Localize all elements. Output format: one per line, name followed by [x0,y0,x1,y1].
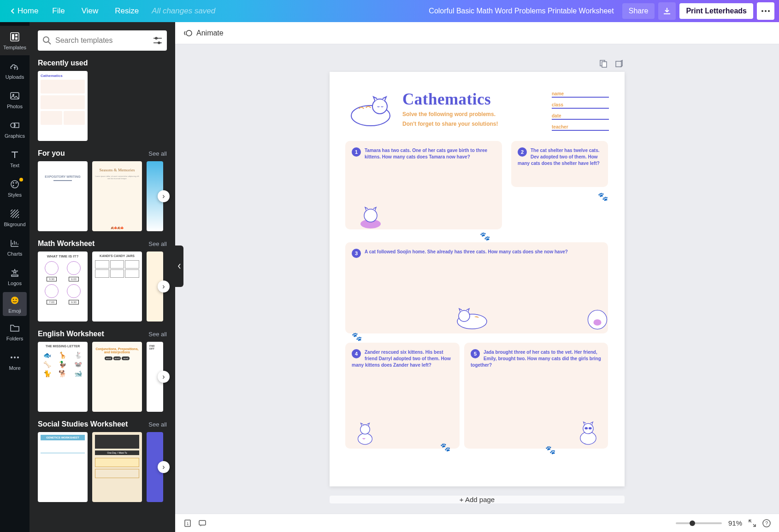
page-options-button[interactable] [614,58,625,69]
fullscreen-button[interactable] [749,520,756,527]
rail-styles[interactable]: Styles [0,173,30,203]
svg-text:?: ? [765,520,768,526]
info-fields: name class date teacher [552,90,609,131]
thumb-title: KANDI'S CANDY JARS [95,254,139,257]
svg-point-13 [16,182,17,184]
see-all-link[interactable]: See all [148,421,167,428]
thumb-title: Conjunctions, Prepositions, and Interjec… [95,347,139,354]
background-icon [9,208,21,220]
svg-point-41 [589,427,592,429]
template-thumb[interactable]: EXPOSITORY WRITING [38,161,88,231]
templates-icon [9,31,21,43]
rail-charts[interactable]: Charts [0,232,30,262]
template-thumb[interactable]: KANDI'S CANDY JARS [92,251,142,322]
help-button[interactable]: ? [762,519,771,527]
resize-menu[interactable]: Resize [106,6,147,16]
animate-label: Animate [196,29,224,37]
rail-text[interactable]: Text [0,144,30,173]
animate-icon [183,29,193,38]
search-bar[interactable] [38,30,167,51]
svg-rect-44 [199,520,206,525]
template-thumb[interactable]: GENETICS WORKSHEET [38,432,88,502]
search-input[interactable] [55,36,149,45]
more-menu-button[interactable] [757,2,774,20]
rail-emoji[interactable]: Emoji [3,292,27,316]
pages-button[interactable]: 1 [183,519,192,527]
zoom-knob[interactable] [690,520,695,526]
svg-rect-4 [12,34,14,40]
rail-logos[interactable]: Logos [0,262,30,291]
rail-templates[interactable]: Templates [0,26,30,55]
template-thumb[interactable]: THE MISSING LETTER🐟🦒🐇🦴🦆🐭🐈🐕🐋 [38,342,88,412]
rail-background[interactable]: Bkground [0,203,30,232]
see-all-link[interactable]: See all [148,331,167,338]
view-menu[interactable]: View [73,6,107,16]
scroll-right-button[interactable]: › [158,371,170,383]
svg-point-24 [186,30,192,36]
svg-rect-5 [15,34,18,36]
problem-card-2: 2 The cat shelter has twelve cats. Dev a… [511,141,608,187]
download-button[interactable] [658,2,676,20]
canvas-scroll[interactable]: Cathematics Solve the following word pro… [175,44,779,514]
see-all-link[interactable]: See all [148,150,167,157]
rail-photos[interactable]: Photos [0,85,30,114]
file-menu[interactable]: File [44,6,73,16]
rail-label-background: Bkground [4,222,25,227]
template-thumb[interactable]: One Day, I Want To [92,432,142,502]
svg-point-36 [358,433,372,444]
rail-label-templates: Templates [3,45,26,50]
home-button[interactable]: Home [5,6,44,16]
rail-label-charts: Charts [7,251,22,257]
svg-marker-15 [12,269,18,274]
svg-point-14 [13,185,14,187]
duplicate-page-button[interactable] [598,58,609,69]
rail-more[interactable]: More [0,346,30,376]
photos-icon [9,90,21,102]
field-teacher: teacher [552,124,568,129]
scroll-right-button[interactable]: › [158,281,170,292]
rail-folders[interactable]: Folders [0,317,30,346]
worksheet-title: Cathematics [402,90,545,109]
paw-icon: 🐾 [440,442,450,452]
problem-number: 4 [352,349,361,358]
template-thumb[interactable]: Cathematics [38,71,88,141]
thumb-title: Cathematics [41,74,85,78]
template-thumb[interactable]: Conjunctions, Prepositions, and Interjec… [92,342,142,412]
section-math-worksheet: Math Worksheet [38,240,94,248]
worksheet-page[interactable]: Cathematics Solve the following word pro… [330,72,625,486]
svg-rect-6 [15,37,18,40]
problem-number: 5 [471,349,480,358]
worksheet-subtitle-1: Solve the following word problems. [402,111,545,118]
rail-label-text: Text [10,163,19,168]
scroll-right-button[interactable]: › [158,461,170,473]
template-thumb[interactable]: Seasons & MemoriesLorem ipsum dolor sit … [92,161,142,231]
graphics-icon [9,119,21,131]
document-title[interactable]: Colorful Basic Math Word Problems Printa… [429,7,614,15]
templates-panel: Recently used Cathematics For youSee all… [30,22,175,532]
template-thumb[interactable]: WHAT TIME IS IT?3:306:007:009:30 [38,251,88,322]
cat-illustration [581,306,614,333]
problem-card-5: 5 Jada brought three of her cats to the … [464,343,608,449]
animate-button[interactable]: Animate [183,29,224,38]
more-icon [9,351,21,363]
section-recently-used: Recently used [38,59,88,67]
svg-rect-26 [602,62,607,67]
rail-label-more: More [9,365,20,371]
problem-text: A cat followed Soojin home. She already … [352,249,602,255]
filter-icon[interactable] [153,37,162,44]
add-page-button[interactable]: + Add page [330,496,625,503]
rail-label-graphics: Graphics [5,133,25,139]
see-all-link[interactable]: See all [148,240,167,247]
emoji-icon [9,294,21,306]
problem-text: Zander rescued six kittens. His best fri… [352,349,453,368]
notification-dot [19,178,23,181]
collapse-panel-button[interactable] [175,246,183,287]
scroll-right-button[interactable]: › [158,190,170,202]
notes-button[interactable] [198,519,207,527]
print-letterheads-button[interactable]: Print Letterheads [679,3,753,19]
rail-uploads[interactable]: Uploads [0,55,30,85]
zoom-slider[interactable] [676,522,722,524]
worksheet-subtitle-2: Don't forget to share your solutions! [402,120,545,128]
share-button[interactable]: Share [622,3,655,19]
rail-graphics[interactable]: Graphics [0,114,30,144]
